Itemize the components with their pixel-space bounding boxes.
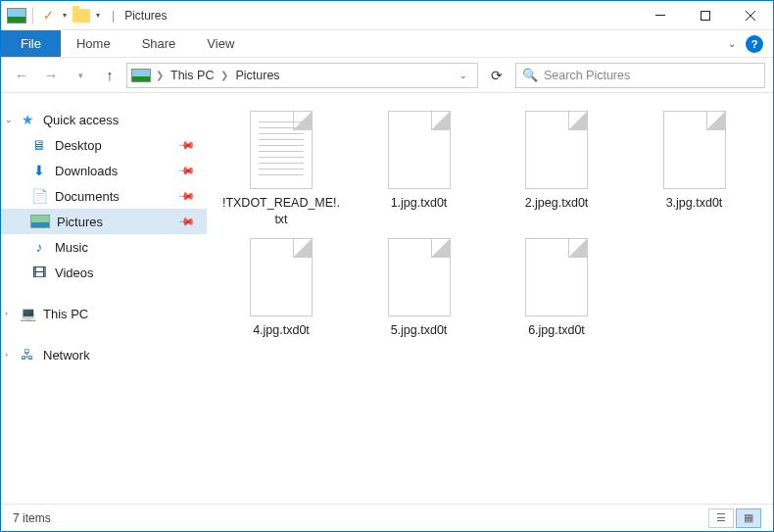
pin-icon: 📌 <box>176 135 195 154</box>
up-button[interactable]: ↑ <box>97 63 122 88</box>
file-label: 3.jpg.txd0t <box>666 195 723 212</box>
statusbar: 7 items ☰ ▦ <box>1 504 773 531</box>
sidebar-item-downloads[interactable]: ⬇ Downloads 📌 <box>1 158 207 183</box>
address-bar[interactable]: ❯ This PC ❯ Pictures ⌄ <box>126 63 478 88</box>
sidebar-item-label: This PC <box>43 307 88 321</box>
chevron-right-icon[interactable]: › <box>5 309 8 318</box>
file-label: !TXDOT_READ_ME!.txt <box>221 195 341 228</box>
sidebar-quick-access[interactable]: ⌄ ★ Quick access <box>1 107 207 132</box>
maximize-button[interactable] <box>683 1 728 30</box>
sidebar-item-label: Network <box>43 348 90 363</box>
app-icon <box>7 8 26 24</box>
title-separator: | <box>112 9 115 23</box>
star-icon: ★ <box>19 112 36 127</box>
file-tab[interactable]: File <box>1 30 61 57</box>
address-dropdown-icon[interactable]: ⌄ <box>454 71 473 80</box>
minimize-button[interactable] <box>638 1 683 30</box>
breadcrumb-sep-icon[interactable]: ❯ <box>153 70 167 80</box>
file-label: 5.jpg.txd0t <box>391 322 448 339</box>
status-item-count: 7 items <box>13 511 51 525</box>
qa-newfolder-icon[interactable] <box>73 9 90 23</box>
window-title: Pictures <box>124 9 167 23</box>
help-button[interactable]: ? <box>746 35 763 53</box>
file-item[interactable]: !TXDOT_READ_ME!.txt <box>218 111 344 228</box>
forward-button[interactable]: → <box>38 63 64 88</box>
search-box[interactable]: 🔍 <box>515 63 765 88</box>
blank-file-icon <box>525 111 588 189</box>
qa-dropdown-icon[interactable]: ▾ <box>61 11 69 20</box>
svg-rect-0 <box>655 15 665 16</box>
sidebar-item-videos[interactable]: 🎞 Videos <box>1 260 207 285</box>
blank-file-icon <box>388 111 451 189</box>
desktop-icon: 🖥 <box>30 137 48 153</box>
pictures-icon <box>30 215 50 228</box>
tab-view[interactable]: View <box>191 30 250 57</box>
sidebar-item-label: Desktop <box>55 138 102 153</box>
thumbnails-view-button[interactable]: ▦ <box>736 508 761 528</box>
window-controls <box>638 1 773 30</box>
file-grid: !TXDOT_READ_ME!.txt 1.jpg.txd0t 2.jpeg.t… <box>218 111 761 339</box>
blank-file-icon <box>525 238 588 316</box>
breadcrumb-pictures[interactable]: Pictures <box>233 69 281 82</box>
chevron-down-icon[interactable]: ⌄ <box>5 115 13 124</box>
sidebar-item-label: Pictures <box>57 215 103 229</box>
music-icon: ♪ <box>30 239 48 255</box>
download-icon: ⬇ <box>30 163 48 178</box>
sidebar-item-pictures[interactable]: Pictures 📌 <box>1 209 207 234</box>
txt-file-icon <box>250 111 313 189</box>
pin-icon: 📌 <box>176 161 195 179</box>
sidebar-this-pc[interactable]: › 💻 This PC <box>1 301 207 326</box>
sidebar-item-label: Downloads <box>55 164 118 178</box>
navbar: ← → ▾ ↑ ❯ This PC ❯ Pictures ⌄ ⟳ 🔍 <box>1 58 773 93</box>
pin-icon: 📌 <box>176 212 195 230</box>
close-button[interactable] <box>728 1 773 30</box>
sidebar-item-label: Music <box>55 240 88 255</box>
view-switcher: ☰ ▦ <box>708 508 761 528</box>
refresh-button[interactable]: ⟳ <box>482 63 511 88</box>
ribbon-right: ⌄ ? <box>728 30 773 57</box>
file-label: 1.jpg.txd0t <box>391 195 448 212</box>
file-item[interactable]: 5.jpg.txd0t <box>357 238 482 339</box>
svg-rect-1 <box>701 11 710 20</box>
video-icon: 🎞 <box>30 265 48 280</box>
file-item[interactable]: 6.jpg.txd0t <box>494 238 619 339</box>
blank-file-icon <box>388 238 451 316</box>
titlebar-left: ✓ ▾ ▾ | Pictures <box>1 7 167 24</box>
back-button[interactable]: ← <box>9 63 34 88</box>
file-item[interactable]: 1.jpg.txd0t <box>357 111 482 228</box>
document-icon: 📄 <box>30 188 48 204</box>
file-label: 6.jpg.txd0t <box>528 322 585 339</box>
tab-share[interactable]: Share <box>126 30 192 57</box>
tab-home[interactable]: Home <box>61 30 126 57</box>
sidebar-item-documents[interactable]: 📄 Documents 📌 <box>1 183 207 209</box>
chevron-right-icon[interactable]: › <box>5 350 8 360</box>
file-item[interactable]: 2.jpeg.txd0t <box>494 111 619 228</box>
search-input[interactable] <box>544 69 758 82</box>
breadcrumb-this-pc[interactable]: This PC <box>169 69 216 82</box>
qa-separator <box>32 7 33 24</box>
blank-file-icon <box>250 238 313 316</box>
network-icon: 🖧 <box>19 347 36 363</box>
details-view-button[interactable]: ☰ <box>708 508 734 528</box>
explorer-window: ✓ ▾ ▾ | Pictures File Home Share View ⌄ … <box>0 0 774 532</box>
blank-file-icon <box>663 111 726 189</box>
ribbon: File Home Share View ⌄ ? <box>1 30 773 58</box>
expand-ribbon-icon[interactable]: ⌄ <box>728 38 736 49</box>
sidebar-item-label: Videos <box>55 266 94 280</box>
sidebar-network[interactable]: › 🖧 Network <box>1 342 207 367</box>
sidebar-item-desktop[interactable]: 🖥 Desktop 📌 <box>1 132 207 158</box>
sidebar-item-music[interactable]: ♪ Music <box>1 234 207 260</box>
body: ⌄ ★ Quick access 🖥 Desktop 📌 ⬇ Downloads… <box>1 93 773 504</box>
file-item[interactable]: 4.jpg.txd0t <box>218 238 344 339</box>
qa-customize-icon[interactable]: ▾ <box>94 11 102 20</box>
location-icon <box>131 69 151 82</box>
qa-properties-icon[interactable]: ✓ <box>39 7 57 24</box>
breadcrumb-sep-icon[interactable]: ❯ <box>218 70 231 80</box>
file-pane[interactable]: !TXDOT_READ_ME!.txt 1.jpg.txd0t 2.jpeg.t… <box>207 93 773 504</box>
recent-dropdown-icon[interactable]: ▾ <box>68 63 93 88</box>
file-label: 2.jpeg.txd0t <box>525 195 589 212</box>
file-label: 4.jpg.txd0t <box>253 322 310 339</box>
sidebar-item-label: Documents <box>55 189 120 204</box>
pc-icon: 💻 <box>19 306 36 321</box>
file-item[interactable]: 3.jpg.txd0t <box>632 111 757 228</box>
